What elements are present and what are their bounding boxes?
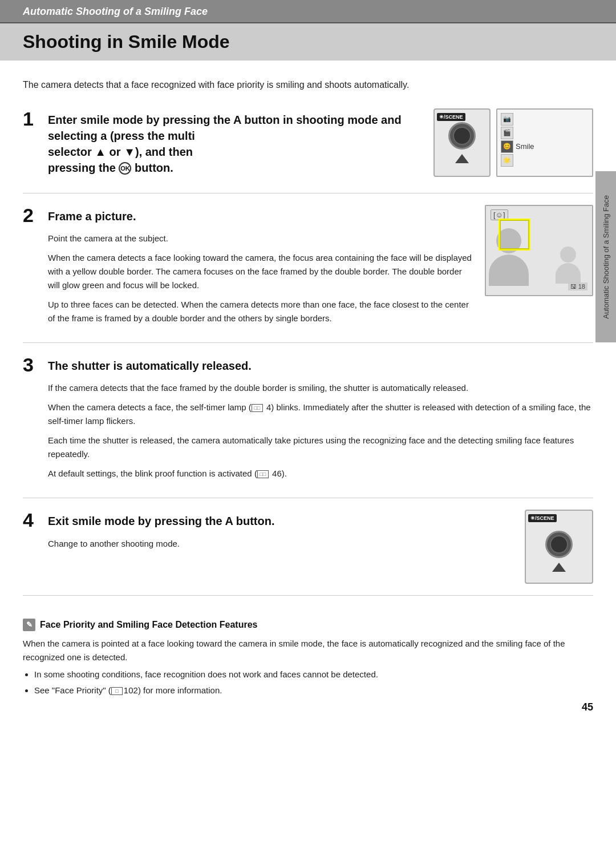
step-4-image: ✳/SCENE (525, 510, 593, 584)
mode-icon-camera: 📷 (501, 113, 513, 126)
content-area: The camera detects that a face recognize… (0, 60, 616, 725)
page-number: 45 (582, 701, 593, 713)
step-2-text: 2 Frame a picture. Point the camera at t… (23, 205, 473, 331)
mode-row-camera: 📷 (501, 113, 589, 126)
step-4: 4 Exit smile mode by pressing the A butt… (23, 510, 593, 596)
exit-button-diagram: ✳/SCENE (525, 510, 593, 584)
mode-icon-other: 🌟 (501, 154, 513, 167)
step-2-para-2: When the camera detects a face looking t… (48, 251, 473, 292)
step-3-number: 3 (23, 354, 48, 375)
ref-symbol-2: □□ (257, 470, 269, 478)
frame-count: 18 (578, 283, 585, 290)
face-detect-inner: [☺] (486, 206, 592, 295)
memory-icon: 🖫 (570, 283, 577, 290)
step-1: 1 Enter smile mode by pressing the A but… (23, 108, 593, 193)
note-section: ✎ Face Priority and Smiling Face Detecti… (23, 609, 593, 697)
section-header: Automatic Shooting of a Smiling Face (0, 0, 616, 23)
main-title-bar: Shooting in Smile Mode (0, 23, 616, 60)
exit-scene-label: ✳/SCENE (528, 514, 557, 522)
mode-row-scene: 🎬 (501, 127, 589, 139)
face-border-box (500, 220, 529, 249)
secondary-person-figure (556, 247, 581, 284)
ref-symbol-1: □□ (252, 404, 263, 412)
step-2-number: 2 (23, 205, 48, 226)
camera-lens (448, 122, 476, 150)
mode-row-other: 🌟 (501, 154, 589, 167)
mode-row-smile: 😊 Smile (501, 140, 589, 153)
note-title-text: Face Priority and Smiling Face Detection… (40, 620, 257, 630)
page: Automatic Shooting of a Smiling Face Sho… (0, 0, 616, 848)
scene-label: ✳/SCENE (437, 113, 465, 121)
step-1-title: Enter smile mode by pressing the A butto… (48, 108, 402, 176)
step-1-text: 1 Enter smile mode by pressing the A but… (23, 108, 422, 181)
page-title: Shooting in Smile Mode (23, 31, 593, 53)
note-icon: ✎ (23, 619, 35, 631)
sidebar-label: Automatic Shooting of a Smiling Face (595, 171, 616, 342)
sidebar-label-text: Automatic Shooting of a Smiling Face (602, 195, 610, 319)
note-body: When the camera is pointed at a face loo… (23, 637, 593, 697)
step-3-para-4: At default settings, the blink proof fun… (48, 467, 593, 480)
step-3-para-2: When the camera detects a face, the self… (48, 401, 593, 428)
intro-text: The camera detects that a face recognize… (23, 78, 593, 92)
mode-select-image: 📷 🎬 😊 Smile 🌟 (496, 108, 593, 177)
step-4-body: Change to another shooting mode. (48, 537, 513, 551)
note-intro: When the camera is pointed at a face loo… (23, 637, 593, 664)
step-3-para-3: Each time the shutter is released, the c… (48, 434, 593, 461)
step-2: 2 Frame a picture. Point the camera at t… (23, 205, 593, 343)
step-1-number: 1 (23, 108, 48, 130)
camera-button-image: ✳/SCENE (433, 108, 491, 177)
step-3-body: If the camera detects that the face fram… (48, 381, 593, 480)
step-4-para-1: Change to another shooting mode. (48, 537, 513, 551)
step-2-body: Point the camera at the subject. When th… (48, 232, 473, 325)
note-bullets: In some shooting conditions, face recogn… (34, 668, 593, 697)
note-bullet-2: See "Face Priority" (□102) for more info… (34, 684, 593, 697)
step-2-image: [☺] (485, 205, 593, 296)
person2-head (560, 247, 576, 263)
step-2-para-3: Up to three faces can be detected. When … (48, 298, 473, 325)
step-4-title: Exit smile mode by pressing the A button… (48, 510, 274, 529)
step-3: 3 The shutter is automatically released.… (23, 354, 593, 498)
mode-icon-scene: 🎬 (501, 127, 513, 139)
step-3-title: The shutter is automatically released. (48, 354, 252, 374)
note-bullet-1: In some shooting conditions, face recogn… (34, 668, 593, 681)
ok-button-symbol: OK (119, 162, 131, 175)
face-detect-diagram: [☺] (485, 205, 593, 296)
step-2-para-1: Point the camera at the subject. (48, 232, 473, 245)
note-title: ✎ Face Priority and Smiling Face Detecti… (23, 619, 593, 631)
step-4-number: 4 (23, 510, 48, 531)
step-2-title: Frame a picture. (48, 205, 136, 224)
person2-body (556, 263, 581, 284)
camera-lens-inner (453, 127, 471, 145)
step-4-text: 4 Exit smile mode by pressing the A butt… (23, 510, 513, 556)
frame-count-display: 🖫 18 (568, 282, 587, 290)
exit-arrow-up-icon (552, 563, 566, 572)
mode-icon-smile: 😊 (501, 140, 513, 153)
face-detect-icon: [☺] (491, 209, 508, 220)
section-title: Automatic Shooting of a Smiling Face (23, 6, 593, 18)
step-3-para-1: If the camera detects that the face fram… (48, 381, 593, 395)
arrow-up-icon (455, 154, 469, 163)
exit-camera-lens (545, 531, 573, 558)
step-1-images: ✳/SCENE 📷 🎬 (433, 108, 593, 177)
person-body (489, 255, 529, 286)
ref-symbol-3: □ (111, 687, 123, 695)
mode-label-smile: Smile (516, 142, 534, 151)
exit-camera-lens-inner (550, 535, 568, 554)
